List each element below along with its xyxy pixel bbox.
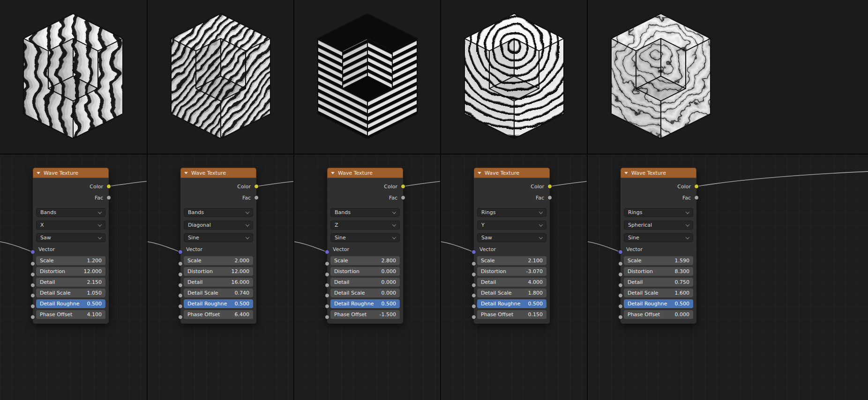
wave-profile-dropdown[interactable]: Saw [477, 233, 546, 242]
detail-roughness-field[interactable]: Detail Roughne 0.500 [624, 299, 693, 308]
detail-roughness-input-socket[interactable] [30, 304, 35, 309]
distortion-field[interactable]: Distortion 8.300 [624, 267, 693, 276]
distortion-input-socket[interactable] [178, 272, 183, 277]
detail-field[interactable]: Detail 4.000 [477, 278, 546, 287]
bands-direction-dropdown[interactable]: Diagonal [184, 221, 253, 230]
fac-output-socket[interactable] [401, 195, 405, 200]
detail-field[interactable]: Detail 0.000 [330, 278, 400, 287]
wave-type-dropdown[interactable]: Bands [184, 208, 253, 217]
collapse-arrow-icon[interactable] [331, 172, 335, 174]
detail-scale-field[interactable]: Detail Scale 1.800 [477, 289, 546, 297]
scale-input-socket[interactable] [325, 261, 329, 266]
scale-field[interactable]: Scale 1.200 [36, 256, 105, 265]
distortion-field[interactable]: Distortion -3.070 [477, 267, 546, 276]
color-output-socket[interactable] [694, 184, 699, 189]
phase-offset-field[interactable]: Phase Offset 0.150 [477, 310, 546, 319]
color-output-socket[interactable] [401, 184, 405, 189]
vector-input-socket[interactable] [325, 250, 329, 254]
render-preview-viewport[interactable] [294, 0, 440, 155]
fac-output-socket[interactable] [694, 195, 699, 200]
wave-texture-node[interactable]: Wave Texture Color Fac Bands X [33, 168, 109, 324]
detail-scale-field[interactable]: Detail Scale 1.050 [36, 289, 105, 297]
render-preview-viewport[interactable] [441, 0, 587, 155]
wave-texture-node[interactable]: Wave Texture Color Fac Bands Diagonal [180, 168, 256, 324]
scale-input-socket[interactable] [618, 261, 623, 266]
wave-type-dropdown[interactable]: Bands [36, 208, 105, 217]
scale-field[interactable]: Scale 1.590 [624, 256, 693, 265]
detail-scale-input-socket[interactable] [325, 293, 329, 298]
distortion-field[interactable]: Distortion 0.000 [330, 267, 400, 276]
detail-scale-field[interactable]: Detail Scale 0.740 [184, 289, 253, 297]
wave-type-dropdown[interactable]: Bands [330, 208, 400, 217]
bands-direction-dropdown[interactable]: Y [477, 221, 546, 230]
detail-roughness-input-socket[interactable] [471, 304, 476, 309]
collapse-arrow-icon[interactable] [184, 172, 188, 174]
wave-profile-dropdown[interactable]: Sine [184, 233, 253, 242]
wave-type-dropdown[interactable]: Rings [477, 208, 546, 217]
distortion-field[interactable]: Distortion 12.000 [184, 267, 253, 276]
node-header[interactable]: Wave Texture [327, 168, 403, 178]
distortion-input-socket[interactable] [471, 272, 476, 277]
detail-scale-field[interactable]: Detail Scale 1.600 [624, 289, 693, 297]
distortion-input-socket[interactable] [30, 272, 35, 277]
detail-roughness-field[interactable]: Detail Roughne 0.500 [36, 299, 105, 308]
detail-input-socket[interactable] [325, 283, 329, 288]
wave-texture-node[interactable]: Wave Texture Color Fac Rings Spherical [621, 168, 696, 324]
detail-roughness-field[interactable]: Detail Roughne 0.500 [330, 299, 400, 308]
scale-field[interactable]: Scale 2.100 [477, 256, 546, 265]
detail-field[interactable]: Detail 2.150 [36, 278, 105, 287]
detail-input-socket[interactable] [30, 283, 35, 288]
detail-scale-input-socket[interactable] [618, 293, 623, 298]
vector-input-socket[interactable] [30, 250, 35, 254]
node-editor-canvas[interactable]: Wave Texture Color Fac Bands X [0, 155, 147, 400]
detail-input-socket[interactable] [178, 283, 183, 288]
wave-texture-node[interactable]: Wave Texture Color Fac Rings Y [474, 168, 550, 324]
bands-direction-dropdown[interactable]: X [36, 221, 105, 230]
fac-output-socket[interactable] [254, 195, 259, 200]
render-preview-viewport[interactable] [148, 0, 293, 155]
vector-input-socket[interactable] [178, 250, 183, 254]
distortion-field[interactable]: Distortion 12.000 [36, 267, 105, 276]
wave-profile-dropdown[interactable]: Sine [330, 233, 400, 242]
wave-texture-node[interactable]: Wave Texture Color Fac Bands Z [327, 168, 403, 324]
detail-field[interactable]: Detail 0.750 [624, 278, 693, 287]
phase-offset-field[interactable]: Phase Offset 4.100 [36, 310, 105, 319]
render-preview-viewport[interactable] [588, 0, 868, 155]
phase-offset-input-socket[interactable] [618, 315, 623, 319]
color-output-socket[interactable] [547, 184, 552, 189]
fac-output-socket[interactable] [547, 195, 552, 200]
render-preview-viewport[interactable] [0, 0, 147, 155]
detail-roughness-input-socket[interactable] [618, 304, 623, 309]
vector-input-socket[interactable] [471, 250, 476, 254]
detail-scale-input-socket[interactable] [471, 293, 476, 298]
collapse-arrow-icon[interactable] [624, 172, 628, 174]
node-header[interactable]: Wave Texture [180, 168, 256, 178]
phase-offset-input-socket[interactable] [178, 315, 183, 319]
scale-field[interactable]: Scale 2.800 [330, 256, 400, 265]
detail-roughness-input-socket[interactable] [178, 304, 183, 309]
scale-input-socket[interactable] [471, 261, 476, 266]
node-header[interactable]: Wave Texture [621, 168, 696, 178]
detail-roughness-field[interactable]: Detail Roughne 0.500 [477, 299, 546, 308]
scale-input-socket[interactable] [178, 261, 183, 266]
node-header[interactable]: Wave Texture [474, 168, 550, 178]
detail-scale-input-socket[interactable] [30, 293, 35, 298]
scale-field[interactable]: Scale 2.000 [184, 256, 253, 265]
bands-direction-dropdown[interactable]: Z [330, 221, 400, 230]
color-output-socket[interactable] [254, 184, 259, 189]
node-editor-canvas[interactable]: Wave Texture Color Fac Rings Y [441, 155, 587, 400]
node-editor-canvas[interactable]: Wave Texture Color Fac Rings Spherical [588, 155, 868, 400]
collapse-arrow-icon[interactable] [478, 172, 481, 174]
detail-input-socket[interactable] [471, 283, 476, 288]
wave-type-dropdown[interactable]: Rings [624, 208, 693, 217]
color-output-socket[interactable] [106, 184, 111, 189]
wave-profile-dropdown[interactable]: Sine [624, 233, 693, 242]
scale-input-socket[interactable] [30, 261, 35, 266]
wave-profile-dropdown[interactable]: Saw [36, 233, 105, 242]
detail-roughness-input-socket[interactable] [325, 304, 329, 309]
phase-offset-input-socket[interactable] [30, 315, 35, 319]
node-header[interactable]: Wave Texture [33, 168, 109, 178]
distortion-input-socket[interactable] [325, 272, 329, 277]
phase-offset-input-socket[interactable] [471, 315, 476, 319]
detail-roughness-field[interactable]: Detail Roughne 0.500 [184, 299, 253, 308]
